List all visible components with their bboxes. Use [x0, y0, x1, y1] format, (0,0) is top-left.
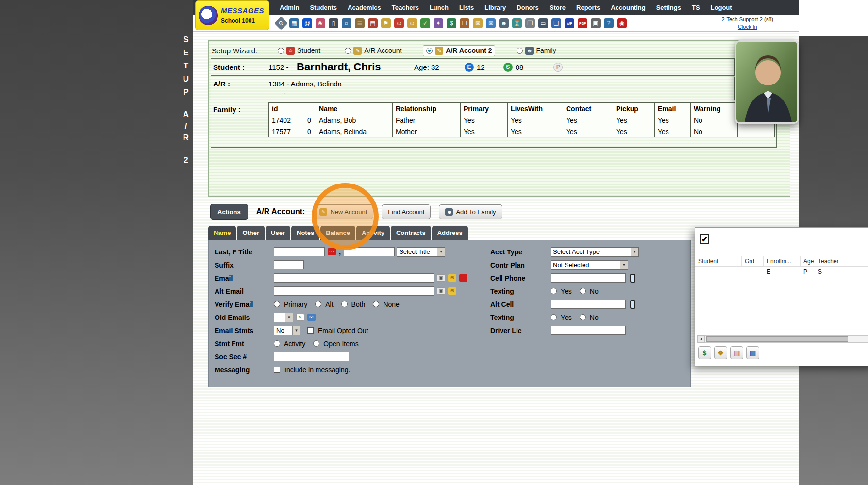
stop-icon[interactable]: ◉: [617, 18, 627, 28]
email-at-icon[interactable]: @: [302, 18, 312, 28]
radio-verify-primary[interactable]: [274, 301, 280, 307]
alt-cell-input[interactable]: [551, 300, 626, 309]
driver-lic-input[interactable]: [551, 326, 626, 335]
alt-email-input[interactable]: [274, 286, 434, 296]
scrollbar-thumb[interactable]: [706, 336, 848, 342]
title-select[interactable]: Select Title ▼: [397, 247, 445, 257]
contr-plan-select[interactable]: Not Selected ▼: [551, 260, 628, 270]
family-icon[interactable]: ☻: [499, 18, 509, 28]
nav-ts[interactable]: TS: [686, 4, 705, 11]
radio-student[interactable]: [278, 48, 284, 54]
radio-stmt-open-items[interactable]: [313, 340, 319, 347]
radio-verify-both[interactable]: [341, 301, 348, 307]
search-icon[interactable]: ⚲: [274, 17, 288, 30]
cash-icon[interactable]: $: [698, 346, 711, 359]
radio-stmt-activity[interactable]: [274, 340, 280, 347]
newsletter-icon[interactable]: ☰: [355, 18, 365, 28]
select-all-checkbox[interactable]: ✔: [700, 234, 709, 244]
note-edit-icon[interactable]: ✎: [296, 314, 304, 321]
reports-icon[interactable]: ▤: [730, 346, 743, 359]
wizard-option-student[interactable]: ☺ Student: [275, 46, 323, 56]
photo-badge[interactable]: P: [553, 63, 563, 72]
nav-admin[interactable]: Admin: [274, 4, 304, 11]
payments-icon[interactable]: $: [447, 18, 456, 28]
tab-contracts[interactable]: Contracts: [391, 226, 431, 240]
clipboard-icon[interactable]: ❐: [525, 18, 535, 28]
announcement-icon[interactable]: ⚑: [381, 18, 391, 28]
deposit-icon[interactable]: ❖: [714, 346, 727, 359]
help-icon[interactable]: ?: [604, 18, 614, 28]
cell-phone-input[interactable]: [551, 273, 626, 283]
nav-academics[interactable]: Academics: [342, 4, 386, 11]
tab-address[interactable]: Address: [432, 226, 468, 240]
tab-notes[interactable]: Notes: [291, 226, 319, 240]
panel-data-row[interactable]: E P S: [695, 267, 868, 278]
radio-verify-none[interactable]: [373, 301, 379, 307]
actions-menu-button[interactable]: Actions: [210, 204, 248, 220]
family-row[interactable]: 17577 0 Adams, Belinda Mother Yes Yes Ye…: [269, 126, 775, 137]
nav-settings[interactable]: Settings: [651, 4, 686, 11]
radio-texting-no[interactable]: [580, 288, 586, 294]
radio-ar-account[interactable]: [345, 48, 351, 54]
enrollment-badge[interactable]: E: [465, 63, 474, 72]
wizard-option-ar-account[interactable]: ✎ A/R Account: [342, 46, 404, 56]
email-input[interactable]: [274, 273, 434, 283]
radio-alt-texting-no[interactable]: [580, 314, 586, 320]
attendance-check-icon[interactable]: ✓: [420, 18, 430, 28]
keyboard-icon[interactable]: ▭: [538, 18, 548, 28]
add-to-family-button[interactable]: ☻ Add To Family: [439, 204, 502, 219]
last-name-input[interactable]: [274, 247, 325, 256]
include-in-messaging-checkbox[interactable]: [274, 367, 280, 373]
timer-icon[interactable]: ⌛: [512, 18, 522, 28]
tab-balance[interactable]: Balance: [320, 226, 355, 240]
nav-accounting[interactable]: Accounting: [605, 4, 651, 11]
email-stmts-select[interactable]: No ▼: [274, 326, 300, 335]
nav-store[interactable]: Store: [544, 4, 571, 11]
nav-library[interactable]: Library: [479, 4, 511, 11]
speaker-icon[interactable]: ♬: [342, 18, 351, 28]
tab-other[interactable]: Other: [237, 226, 265, 240]
nav-students[interactable]: Students: [304, 4, 342, 11]
wizard-option-ar-account-2[interactable]: ✎ A/R Account 2: [423, 45, 495, 56]
monitor-icon[interactable]: ❑: [551, 18, 561, 28]
tab-user[interactable]: User: [266, 226, 290, 240]
radio-texting-yes[interactable]: [551, 288, 557, 294]
nav-lists[interactable]: Lists: [454, 4, 479, 11]
student-gold-icon[interactable]: ☺: [407, 18, 417, 28]
ap-badge-icon[interactable]: A/P: [565, 18, 574, 28]
pdf-icon[interactable]: PDF: [578, 18, 587, 28]
mobile-phone-icon[interactable]: [630, 274, 635, 283]
wizard-option-family[interactable]: ☻ Family: [514, 46, 559, 56]
email-opted-out-checkbox[interactable]: [307, 327, 314, 334]
nav-reports[interactable]: Reports: [571, 4, 605, 11]
send-mail-icon[interactable]: ✉: [486, 18, 496, 28]
palette-icon[interactable]: ❀: [316, 18, 325, 28]
clock-in-link[interactable]: Clock In: [738, 24, 757, 30]
mobile-phone-icon[interactable]: [630, 300, 635, 309]
tab-activity[interactable]: Activity: [356, 226, 390, 240]
schedule-badge[interactable]: S: [503, 63, 513, 72]
printer-icon[interactable]: ▣: [437, 274, 445, 282]
print-email-icon[interactable]: ✉: [307, 314, 316, 321]
nav-logout[interactable]: Logout: [705, 4, 737, 11]
radio-family[interactable]: [517, 48, 523, 54]
gradebook-icon[interactable]: ❒: [460, 18, 469, 28]
store-cart-icon[interactable]: ✦: [434, 18, 443, 28]
printer-icon[interactable]: ▣: [591, 18, 601, 28]
send-mail-icon[interactable]: ✉: [448, 274, 456, 282]
grid-icon[interactable]: ▦: [746, 346, 759, 359]
acct-type-select[interactable]: Select Acct Type ▼: [551, 247, 639, 257]
old-emails-select[interactable]: ▼: [274, 313, 293, 322]
nav-donors[interactable]: Donors: [511, 4, 544, 11]
scrollbar-track[interactable]: [705, 335, 868, 343]
ellipsis-icon[interactable]: ···: [328, 248, 336, 255]
find-account-button[interactable]: Find Account: [382, 204, 431, 219]
nav-teachers[interactable]: Teachers: [386, 4, 424, 11]
envelope-icon[interactable]: ✉: [473, 18, 483, 28]
panel-horizontal-scrollbar[interactable]: ◄: [697, 335, 868, 343]
suffix-input[interactable]: [274, 260, 304, 269]
scroll-left-icon[interactable]: ◄: [697, 335, 705, 343]
family-row[interactable]: 17402 0 Adams, Bob Father Yes Yes Yes Ye…: [269, 115, 775, 126]
new-account-button[interactable]: ✎ New Account: [313, 204, 373, 219]
nav-lunch[interactable]: Lunch: [424, 4, 454, 11]
